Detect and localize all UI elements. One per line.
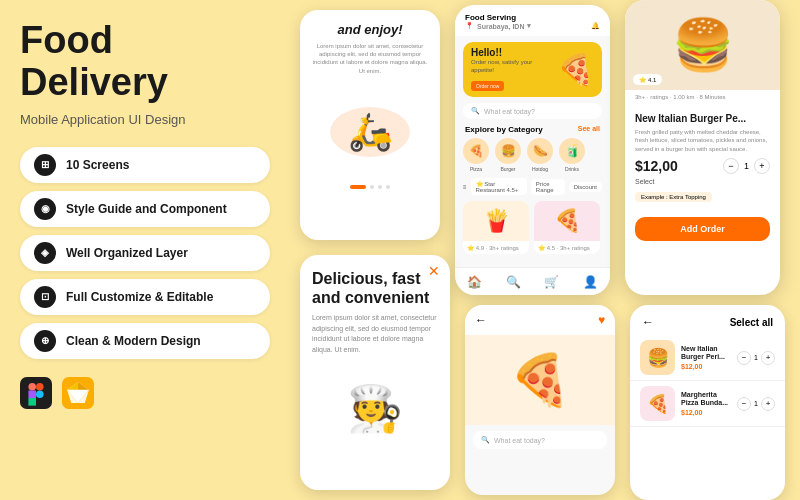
cart-item-2[interactable]: 🍕 Margherita Pizza Bunda... $12,00 − 1 + bbox=[630, 381, 785, 427]
customize-icon: ⊡ bbox=[34, 286, 56, 308]
product-info: New Italian Burger Pe... Fresh grilled p… bbox=[625, 104, 780, 211]
cat-pizza[interactable]: 🍕 Pizza bbox=[463, 138, 489, 172]
profile-nav-icon[interactable]: 👤 bbox=[583, 275, 598, 289]
search-nav-icon[interactable]: 🔍 bbox=[506, 275, 521, 289]
phone5-search[interactable]: 🔍 What eat today? bbox=[473, 431, 607, 449]
cart-nav-icon[interactable]: 🛒 bbox=[544, 275, 559, 289]
svg-rect-1 bbox=[28, 382, 36, 390]
cart-item2-image: 🍕 bbox=[640, 386, 675, 421]
filter-row: ≡ ⭐ Star Restaurant 4.5+ Price Range Dis… bbox=[455, 178, 610, 201]
clean-icon: ⊕ bbox=[34, 330, 56, 352]
phone-order: ← ♥ 🍕 🔍 What eat today? bbox=[465, 305, 615, 495]
back-icon[interactable]: ← bbox=[642, 315, 654, 329]
figma-logo bbox=[20, 377, 52, 409]
add-order-button[interactable]: Add Order bbox=[635, 217, 770, 241]
food-card-fries[interactable]: 🍟 ⭐ 4.9 · 3h+ ratings bbox=[463, 201, 529, 254]
qty-increase-btn[interactable]: + bbox=[754, 158, 770, 174]
main-title: Food Delivery bbox=[20, 20, 270, 104]
search-icon: 🔍 bbox=[471, 107, 480, 115]
tools-row bbox=[20, 377, 270, 409]
product-image: 🍔 ⭐ 4.1 bbox=[625, 0, 780, 90]
banner-text: Hello!! Order now, satisfy your appetite… bbox=[471, 47, 557, 91]
back-arrow-icon[interactable]: ← bbox=[475, 313, 487, 327]
svg-rect-2 bbox=[28, 390, 36, 398]
food-card-pizza[interactable]: 🍕 ⭐ 4.5 · 3h+ ratings bbox=[534, 201, 600, 254]
filter-price[interactable]: Price Range bbox=[531, 179, 565, 195]
categories-row: 🍕 Pizza 🍔 Burger 🌭 Hotdog 🧃 Drinks bbox=[455, 138, 610, 178]
item1-qty-value: 1 bbox=[754, 354, 758, 361]
phone5-header: ← ♥ bbox=[465, 305, 615, 335]
left-panel: Food Delivery Mobile Application UI Desi… bbox=[20, 20, 270, 409]
cat-burger[interactable]: 🍔 Burger bbox=[495, 138, 521, 172]
fries-image: 🍟 bbox=[463, 201, 529, 241]
rating-text: 4.1 bbox=[648, 77, 656, 83]
cart-item1-image: 🍔 bbox=[640, 340, 675, 375]
feature-list: ⊞ 10 Screens ◉ Style Guide and Component… bbox=[20, 147, 270, 359]
feature-layer-label: Well Organized Layer bbox=[66, 246, 188, 260]
cat-pizza-label: Pizza bbox=[470, 166, 482, 172]
location-row: 📍 Surabaya, IDN ▾ 🔔 bbox=[465, 22, 600, 30]
phone6-header: ← Select all bbox=[630, 305, 785, 335]
extra-tag[interactable]: Example : Extra Topping bbox=[635, 192, 712, 202]
phone-card: ✕ Delicious, fast and convenient Lorem i… bbox=[300, 255, 450, 490]
phone1-body: Lorem ipsum dolor sit amet, consectetur … bbox=[310, 42, 430, 76]
cat-drinks[interactable]: 🧃 Drinks bbox=[559, 138, 585, 172]
item1-decrease[interactable]: − bbox=[737, 351, 751, 365]
cart-item2-price: $12,00 bbox=[681, 409, 731, 416]
category-title: Explore by Category bbox=[465, 125, 543, 134]
style-icon: ◉ bbox=[34, 198, 56, 220]
item1-increase[interactable]: + bbox=[761, 351, 775, 365]
feature-clean-label: Clean & Modern Design bbox=[66, 334, 201, 348]
pagination-dots bbox=[300, 185, 440, 189]
distance-info: 3h+ · ratings · 1.00 km · 8 Minutes bbox=[625, 90, 780, 104]
screens-icon: ⊞ bbox=[34, 154, 56, 176]
banner-pizza-icon: 🍕 bbox=[557, 52, 594, 87]
extra-label: Select bbox=[635, 178, 770, 185]
item2-qty-value: 1 bbox=[754, 400, 758, 407]
feature-customize-label: Full Customize & Editable bbox=[66, 290, 213, 304]
food-cards: 🍟 ⭐ 4.9 · 3h+ ratings 🍕 ⭐ 4.5 · 3h+ rati… bbox=[455, 201, 610, 254]
svg-rect-4 bbox=[36, 382, 44, 390]
feature-screens[interactable]: ⊞ 10 Screens bbox=[20, 147, 270, 183]
cart-item-1[interactable]: 🍔 New Italian Burger Peri... $12,00 − 1 … bbox=[630, 335, 785, 381]
subtitle: Mobile Application UI Design bbox=[20, 112, 270, 127]
cat-hotdog[interactable]: 🌭 Hotdog bbox=[527, 138, 553, 172]
app-title: Food Serving bbox=[465, 13, 600, 22]
feature-style-guide[interactable]: ◉ Style Guide and Component bbox=[20, 191, 270, 227]
home-nav-icon[interactable]: 🏠 bbox=[467, 275, 482, 289]
cat-drinks-label: Drinks bbox=[565, 166, 579, 172]
close-button[interactable]: ✕ bbox=[428, 263, 440, 279]
feature-customize[interactable]: ⊡ Full Customize & Editable bbox=[20, 279, 270, 315]
banner-sub: Order now, satisfy your appetite! bbox=[471, 59, 557, 73]
see-all-link[interactable]: See all bbox=[578, 125, 600, 134]
item2-increase[interactable]: + bbox=[761, 397, 775, 411]
dot-2 bbox=[378, 185, 382, 189]
cart-item1-name: New Italian Burger Peri... bbox=[681, 345, 731, 362]
location-pin: 📍 bbox=[465, 22, 474, 30]
filter-discount[interactable]: Discount bbox=[569, 182, 602, 192]
search-bar[interactable]: 🔍 What eat today? bbox=[463, 103, 602, 119]
phone-cart: ← Select all 🍔 New Italian Burger Peri..… bbox=[630, 305, 785, 500]
banner-button[interactable]: Order now bbox=[471, 81, 504, 91]
item2-decrease[interactable]: − bbox=[737, 397, 751, 411]
cart-item2-info: Margherita Pizza Bunda... $12,00 bbox=[681, 391, 731, 417]
cat-burger-label: Burger bbox=[500, 166, 515, 172]
cart-item1-price: $12,00 bbox=[681, 363, 731, 370]
favorite-icon[interactable]: ♥ bbox=[598, 313, 605, 327]
filter-star[interactable]: ⭐ Star Restaurant 4.5+ bbox=[471, 178, 527, 195]
star-icon: ⭐ bbox=[639, 76, 646, 83]
fries-info: ⭐ 4.9 · 3h+ ratings bbox=[463, 241, 529, 254]
promo-banner[interactable]: Hello!! Order now, satisfy your appetite… bbox=[463, 42, 602, 97]
feature-screens-label: 10 Screens bbox=[66, 158, 129, 172]
pizza-rating: ⭐ 4.5 · 3h+ ratings bbox=[538, 245, 590, 251]
rating-badge: ⭐ 4.1 bbox=[633, 74, 662, 85]
cat-hotdog-label: Hotdog bbox=[532, 166, 548, 172]
qty-decrease-btn[interactable]: − bbox=[723, 158, 739, 174]
cat-drinks-icon: 🧃 bbox=[559, 138, 585, 164]
feature-style-label: Style Guide and Component bbox=[66, 202, 227, 216]
feature-layer[interactable]: ◈ Well Organized Layer bbox=[20, 235, 270, 271]
phone1-content: and enjoy! Lorem ipsum dolor sit amet, c… bbox=[300, 10, 440, 87]
phone1-illustration: 🛵 bbox=[300, 87, 440, 177]
feature-clean[interactable]: ⊕ Clean & Modern Design bbox=[20, 323, 270, 359]
cat-hotdog-icon: 🌭 bbox=[527, 138, 553, 164]
